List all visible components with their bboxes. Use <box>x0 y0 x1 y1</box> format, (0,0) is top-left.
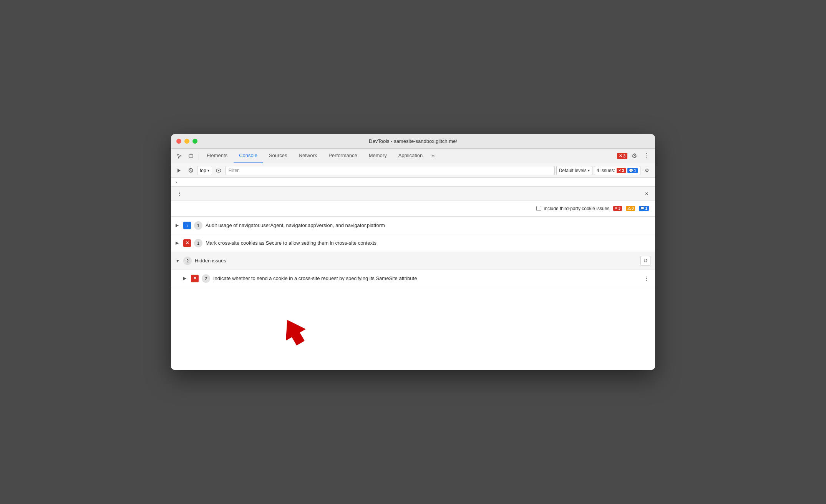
cookie-info-badge: 💬 1 <box>639 206 649 211</box>
svg-point-6 <box>218 170 219 171</box>
issues-error-x-icon: ✕ <box>618 169 621 172</box>
maximize-button[interactable] <box>192 139 197 144</box>
issue-icon-red: ✕ <box>183 239 191 247</box>
more-options-button[interactable]: ⋮ <box>641 151 652 161</box>
issue-icon-info: i <box>183 222 191 229</box>
include-cookie-checkbox-label[interactable]: Include third-party cookie issues <box>536 206 609 211</box>
include-cookie-checkbox[interactable] <box>536 206 541 211</box>
tab-more-button[interactable]: » <box>429 149 438 163</box>
issues-badge[interactable]: 4 Issues: ✕ 3 💬 1 <box>594 166 640 175</box>
issues-close-button[interactable]: × <box>643 190 650 197</box>
issue-row-audit[interactable]: ▶ i 1 Audit usage of navigator.userAgent… <box>171 217 655 234</box>
content-wrapper: › ⋮ × Include third-party cookie issues … <box>171 178 655 370</box>
svg-rect-1 <box>190 154 192 154</box>
close-button[interactable] <box>176 139 181 144</box>
nav-chevron-icon[interactable]: › <box>176 179 177 185</box>
cookie-warning-badge: ⚠ 0 <box>626 206 635 211</box>
tab-bar-right: ✕ 3 ⚙ ⋮ <box>617 151 652 161</box>
issue-count-2: 1 <box>194 239 202 247</box>
tab-application[interactable]: Application <box>393 149 428 163</box>
context-selector[interactable]: top ▾ <box>197 166 212 175</box>
nav-row: › <box>171 178 655 187</box>
hidden-issues-group[interactable]: ▼ 2 Hidden issues ↺ <box>171 252 655 270</box>
traffic-lights <box>176 139 197 144</box>
issues-error-count: ✕ 3 <box>617 168 626 173</box>
error-count-badge: ✕ 3 <box>617 153 627 159</box>
refresh-button[interactable]: ↺ <box>640 256 650 266</box>
svg-marker-2 <box>177 169 181 172</box>
layers-icon[interactable] <box>186 151 196 161</box>
expand-hidden-icon[interactable]: ▼ <box>176 259 180 263</box>
issue-row-crosssite[interactable]: ▶ ✕ 1 Mark cross-site cookies as Secure … <box>171 234 655 252</box>
tab-performance[interactable]: Performance <box>323 149 362 163</box>
console-toolbar: top ▾ Default levels ▾ 4 Issues: ✕ 3 💬 1… <box>171 163 655 178</box>
log-levels-selector[interactable]: Default levels ▾ <box>556 166 592 175</box>
tab-console[interactable]: Console <box>234 149 263 163</box>
tab-bar: Elements Console Sources Network Perform… <box>171 149 655 163</box>
issue-count-samesite: 2 <box>202 274 210 283</box>
title-bar: DevTools - samesite-sandbox.glitch.me/ <box>171 134 655 149</box>
devtools-window: DevTools - samesite-sandbox.glitch.me/ E… <box>171 134 655 370</box>
tab-sources[interactable]: Sources <box>264 149 293 163</box>
eye-button[interactable] <box>214 166 224 176</box>
issues-info-count: 💬 1 <box>627 168 638 173</box>
expand-audit-icon[interactable]: ▶ <box>176 223 180 228</box>
chevron-down-icon-levels: ▾ <box>588 168 590 172</box>
play-button[interactable] <box>174 166 184 176</box>
console-content: › ⋮ × Include third-party cookie issues … <box>171 178 655 370</box>
chevron-down-icon: ▾ <box>207 168 209 172</box>
console-settings-button[interactable]: ⚙ <box>642 166 652 176</box>
filter-input[interactable] <box>225 166 555 175</box>
tab-divider <box>199 152 199 160</box>
tab-elements[interactable]: Elements <box>201 149 233 163</box>
issue-count-1: 1 <box>194 221 202 230</box>
cookie-options-row: Include third-party cookie issues ✕ 3 ⚠ … <box>171 201 655 217</box>
issues-more-button[interactable]: ⋮ <box>176 190 183 197</box>
error-x-icon: ✕ <box>619 154 622 158</box>
tab-memory[interactable]: Memory <box>363 149 392 163</box>
issues-info-icon: 💬 <box>629 169 633 172</box>
tab-network[interactable]: Network <box>294 149 323 163</box>
settings-button[interactable]: ⚙ <box>629 151 640 161</box>
samesite-more-button[interactable]: ⋮ <box>643 275 650 282</box>
svg-rect-0 <box>189 154 193 158</box>
window-title: DevTools - samesite-sandbox.glitch.me/ <box>369 138 457 144</box>
clear-button[interactable] <box>186 166 196 176</box>
hidden-count-badge: 2 <box>183 257 192 265</box>
issues-panel-header: ⋮ × <box>171 187 655 201</box>
issue-row-samesite[interactable]: ▶ ✕ 2 Indicate whether to send a cookie … <box>171 270 655 287</box>
expand-crosssite-icon[interactable]: ▶ <box>176 240 180 245</box>
issue-icon-red-samesite: ✕ <box>191 275 199 282</box>
cookie-error-badge: ✕ 3 <box>613 206 622 211</box>
minimize-button[interactable] <box>184 139 189 144</box>
cursor-icon[interactable] <box>174 151 185 161</box>
expand-samesite-icon[interactable]: ▶ <box>183 276 188 281</box>
